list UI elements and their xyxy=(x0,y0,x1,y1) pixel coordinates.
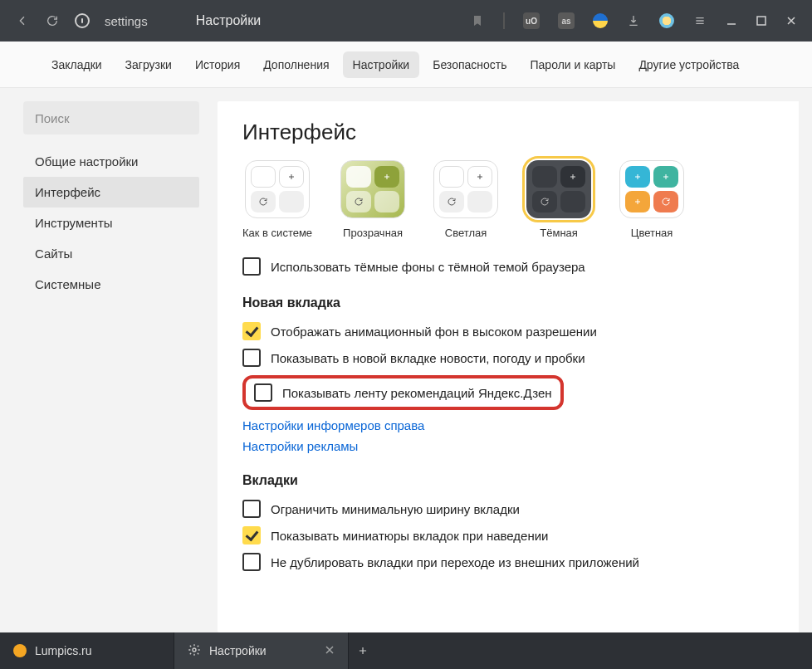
maximize-button[interactable] xyxy=(756,15,767,27)
option-label: Использовать тёмные фоны с тёмной темой … xyxy=(271,260,585,274)
checkbox[interactable] xyxy=(242,553,261,571)
sidebar-item-system[interactable]: Системные xyxy=(23,269,199,300)
browser-tab-settings[interactable]: Настройки xyxy=(174,632,349,669)
theme-label: Прозрачная xyxy=(343,227,403,239)
nav-tab-security[interactable]: Безопасность xyxy=(423,51,516,78)
close-tab-icon[interactable] xyxy=(325,644,335,657)
checkbox[interactable] xyxy=(242,526,261,544)
ublock-icon[interactable]: uO xyxy=(523,12,540,29)
link-ads[interactable]: Настройки рекламы xyxy=(242,439,779,453)
settings-sidebar: Поиск Общие настройки Интерфейс Инструме… xyxy=(23,101,199,632)
checkbox[interactable] xyxy=(242,257,261,276)
theme-color[interactable]: Цветная xyxy=(619,160,684,239)
content-panel: Интерфейс Как в системе Прозрачная xyxy=(218,101,802,632)
settings-search[interactable]: Поиск xyxy=(23,101,199,134)
svg-rect-0 xyxy=(757,17,766,25)
search-placeholder: Поиск xyxy=(35,111,70,125)
nav-tab-downloads[interactable]: Загрузки xyxy=(115,51,182,78)
new-tab-button[interactable] xyxy=(349,632,377,669)
minimize-button[interactable] xyxy=(726,15,737,27)
page-title: Настройки xyxy=(196,13,261,28)
option-label: Показывать в новой вкладке новости, пого… xyxy=(271,351,585,365)
theme-label: Светлая xyxy=(445,227,487,239)
tab-title: Настройки xyxy=(209,644,267,657)
theme-transparent[interactable]: Прозрачная xyxy=(340,160,405,239)
nav-tab-passwords[interactable]: Пароли и карты xyxy=(521,51,626,78)
sidebar-item-sites[interactable]: Сайты xyxy=(23,238,199,269)
theme-label: Тёмная xyxy=(540,227,578,239)
theme-system[interactable]: Как в системе xyxy=(242,160,312,239)
reload-icon[interactable] xyxy=(45,13,60,28)
nav-tab-settings[interactable]: Настройки xyxy=(343,51,420,78)
close-button[interactable] xyxy=(785,15,797,27)
option-animated-bg[interactable]: Отображать анимационный фон в высоком ра… xyxy=(242,322,779,340)
nav-tab-history[interactable]: История xyxy=(185,51,250,78)
option-show-news[interactable]: Показывать в новой вкладке новости, пого… xyxy=(242,349,779,367)
content-heading: Интерфейс xyxy=(242,120,779,145)
svg-point-1 xyxy=(193,648,196,652)
theme-light[interactable]: Светлая xyxy=(433,160,498,239)
checkbox[interactable] xyxy=(242,500,261,518)
sidebar-item-tools[interactable]: Инструменты xyxy=(23,208,199,238)
checkbox[interactable] xyxy=(254,383,272,402)
titlebar-right: uO as xyxy=(470,12,805,29)
nav-tab-bookmarks[interactable]: Закладки xyxy=(42,51,112,78)
option-no-dup-tabs[interactable]: Не дублировать вкладки при переходе из в… xyxy=(242,553,779,571)
section-heading-tabs: Вкладки xyxy=(242,473,779,488)
option-label: Показывать ленту рекомендаций Яндекс.Дзе… xyxy=(282,386,552,400)
sidebar-item-interface[interactable]: Интерфейс xyxy=(23,177,199,208)
option-label: Не дублировать вкладки при переходе из в… xyxy=(271,555,639,569)
lastfm-icon[interactable]: as xyxy=(558,12,575,29)
settings-nav: Закладки Загрузки История Дополнения Нас… xyxy=(0,42,812,88)
option-tab-thumbnails[interactable]: Показывать миниатюры вкладок при наведен… xyxy=(242,526,779,544)
weather-icon[interactable] xyxy=(659,13,674,28)
theme-label: Как в системе xyxy=(242,227,312,239)
option-label: Показывать миниатюры вкладок при наведен… xyxy=(271,529,549,543)
browser-tabbar: Lumpics.ru Настройки xyxy=(0,632,812,669)
sidebar-item-general[interactable]: Общие настройки xyxy=(23,146,199,177)
nav-tab-devices[interactable]: Другие устройства xyxy=(629,51,749,78)
yandex-logo-icon xyxy=(75,13,90,28)
titlebar-left: settings xyxy=(7,13,148,28)
bookmark-icon[interactable] xyxy=(470,13,485,28)
gear-icon xyxy=(188,643,201,659)
extension-icon[interactable] xyxy=(593,13,608,28)
checkbox[interactable] xyxy=(242,349,261,367)
downloads-icon[interactable] xyxy=(626,13,641,28)
nav-tab-addons[interactable]: Дополнения xyxy=(253,51,339,78)
sidebar-list: Общие настройки Интерфейс Инструменты Са… xyxy=(23,146,199,300)
favicon-icon xyxy=(13,644,27,657)
window-titlebar: settings Настройки uO as xyxy=(0,0,812,42)
theme-picker: Как в системе Прозрачная Светлая xyxy=(242,160,779,239)
checkbox[interactable] xyxy=(242,322,261,340)
option-label: Отображать анимационный фон в высоком ра… xyxy=(271,325,597,339)
back-icon[interactable] xyxy=(15,13,30,28)
option-min-tab-width[interactable]: Ограничить минимальную ширину вкладки xyxy=(242,500,779,518)
divider xyxy=(503,12,505,29)
section-heading-newtab: Новая вкладка xyxy=(242,295,779,310)
main-area: Поиск Общие настройки Интерфейс Инструме… xyxy=(0,88,812,632)
option-label: Ограничить минимальную ширину вкладки xyxy=(271,502,520,516)
browser-tab-lumpics[interactable]: Lumpics.ru xyxy=(0,632,174,669)
address-text[interactable]: settings xyxy=(105,14,148,28)
theme-label: Цветная xyxy=(631,227,673,239)
option-dark-backgrounds[interactable]: Использовать тёмные фоны с тёмной темой … xyxy=(242,257,779,276)
theme-dark[interactable]: Тёмная xyxy=(526,160,591,239)
highlighted-option: Показывать ленту рекомендаций Яндекс.Дзе… xyxy=(242,375,564,410)
tab-title: Lumpics.ru xyxy=(35,644,91,657)
scrollbar-track[interactable] xyxy=(799,88,812,632)
menu-icon[interactable] xyxy=(692,13,707,28)
link-informers[interactable]: Настройки информеров справа xyxy=(242,418,779,432)
